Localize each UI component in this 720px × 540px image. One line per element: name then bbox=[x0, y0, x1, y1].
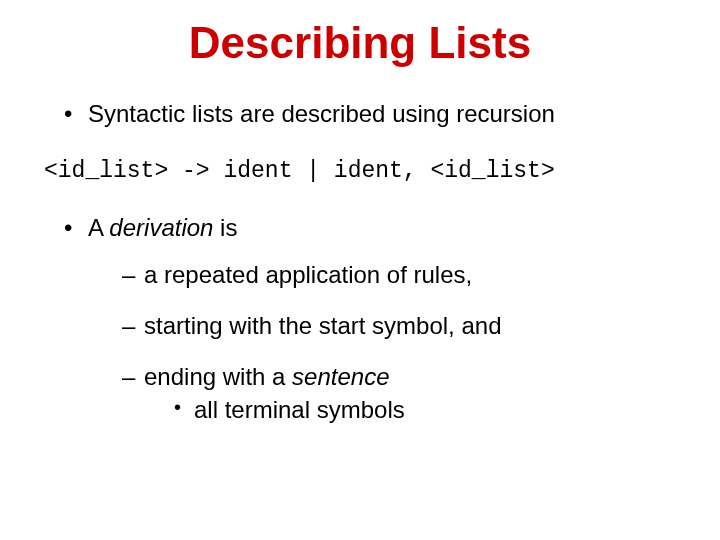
subsub-bullet-terminal: all terminal symbols bbox=[174, 394, 680, 425]
top-bullet-list: Syntactic lists are described using recu… bbox=[60, 98, 680, 130]
bullet-derivation: A derivation is a repeated application o… bbox=[60, 212, 680, 425]
text-fragment: is bbox=[213, 214, 237, 241]
grammar-rule: <id_list> -> ident | ident, <id_list> bbox=[44, 158, 680, 184]
sub-bullet-list: a repeated application of rules, startin… bbox=[122, 259, 680, 426]
text-fragment: A bbox=[88, 214, 109, 241]
sub-bullet-repeated: a repeated application of rules, bbox=[122, 259, 680, 290]
slide: Describing Lists Syntactic lists are des… bbox=[0, 0, 720, 540]
sub-bullet-start-symbol: starting with the start symbol, and bbox=[122, 310, 680, 341]
emphasis-derivation: derivation bbox=[109, 214, 213, 241]
top-bullet-list-2: A derivation is a repeated application o… bbox=[60, 212, 680, 425]
bullet-syntactic-lists: Syntactic lists are described using recu… bbox=[60, 98, 680, 130]
slide-title: Describing Lists bbox=[40, 18, 680, 68]
subsub-bullet-list: all terminal symbols bbox=[174, 394, 680, 425]
emphasis-sentence: sentence bbox=[292, 363, 389, 390]
sub-bullet-sentence: ending with a sentence all terminal symb… bbox=[122, 361, 680, 425]
text-fragment: ending with a bbox=[144, 363, 292, 390]
